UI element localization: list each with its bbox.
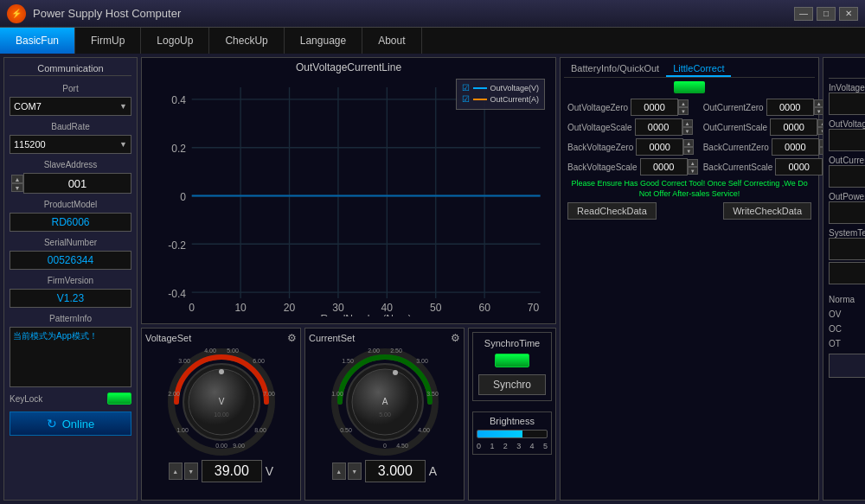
bvs-input[interactable]: 0000 bbox=[640, 158, 688, 175]
ovs-label: OutVoltageScale bbox=[567, 123, 632, 132]
ovs-down[interactable]: ▼ bbox=[682, 127, 693, 135]
synchro-led bbox=[495, 354, 529, 367]
ocz-input[interactable]: 0000 bbox=[766, 99, 814, 116]
product-value: RD6006 bbox=[10, 213, 131, 232]
bvz-up[interactable]: ▲ bbox=[683, 139, 694, 147]
correct-status-led bbox=[674, 81, 705, 93]
back-current-zero-row: BackCurrentZero 0000 ▲ ▼ bbox=[703, 138, 834, 156]
baud-label: BaudRate bbox=[10, 122, 131, 131]
voltage-unit: V bbox=[266, 464, 273, 478]
synchro-button[interactable]: Synchro bbox=[478, 374, 546, 395]
voltage-down-btn[interactable]: ▼ bbox=[184, 463, 198, 480]
app-icon: ⚡ bbox=[7, 4, 26, 23]
tab-checkup[interactable]: CheckUp bbox=[209, 28, 284, 54]
svg-point-30 bbox=[219, 369, 224, 374]
current-down-btn[interactable]: ▼ bbox=[348, 463, 362, 480]
correct-btn-row: ReadCheckData WriteCheckData bbox=[567, 202, 811, 220]
norma-row: Norma bbox=[829, 294, 865, 304]
svg-text:20: 20 bbox=[284, 302, 296, 314]
nav-bar: BasicFun FirmUp LogoUp CheckUp Language … bbox=[0, 28, 865, 54]
current-up-btn[interactable]: ▲ bbox=[332, 463, 346, 480]
port-select[interactable]: COM7 ▼ bbox=[10, 97, 131, 116]
bvs-up[interactable]: ▲ bbox=[688, 159, 698, 167]
ocs-label: OutCurrentScale bbox=[703, 123, 767, 132]
brightness-fill bbox=[477, 431, 522, 437]
out-voltage-zero-row: OutVoltageZero 0000 ▲ ▼ bbox=[567, 99, 698, 116]
ovz-input[interactable]: 0000 bbox=[631, 99, 678, 116]
out-voltage-scale-row: OutVoltageScale 0000 ▲ ▼ bbox=[567, 118, 698, 136]
online-button[interactable]: ↻ Online bbox=[10, 411, 131, 436]
current-knob-svg: 0 0.50 1.00 1.50 2.00 2.50 3.00 3.50 4.0… bbox=[329, 346, 441, 458]
current-set-title: CurrentSet bbox=[309, 333, 355, 343]
ovs-up[interactable]: ▲ bbox=[682, 119, 693, 127]
voltage-knob[interactable]: 0.00 1.00 2.00 3.00 4.00 5.00 6.00 7.00 … bbox=[165, 346, 278, 458]
voltage-gear-icon[interactable]: ⚙ bbox=[287, 332, 297, 344]
open-button[interactable]: Open bbox=[829, 354, 865, 378]
bottom-panels: VoltageSet ⚙ bbox=[141, 328, 556, 501]
svg-point-46 bbox=[393, 370, 398, 375]
close-button[interactable]: ✕ bbox=[839, 7, 858, 21]
slave-up-button[interactable]: ▲ bbox=[11, 175, 23, 183]
svg-text:-0.4: -0.4 bbox=[168, 287, 186, 299]
current-gear-icon[interactable]: ⚙ bbox=[451, 332, 460, 344]
serial-value: 00526344 bbox=[10, 251, 131, 270]
tab-basicfun[interactable]: BasicFun bbox=[0, 28, 75, 54]
ocs-input[interactable]: 0000 bbox=[770, 118, 817, 136]
read-check-button[interactable]: ReadCheckData bbox=[567, 202, 657, 220]
chart-legend: ☑ OutVoltage(V) ☑ OutCurrent(A) bbox=[456, 79, 546, 110]
baud-select[interactable]: 115200 ▼ bbox=[10, 135, 131, 154]
ocz-label: OutCurrentZero bbox=[703, 103, 764, 112]
chart-title: OutVoltageCurrentLine bbox=[145, 61, 552, 73]
voltage-up-btn[interactable]: ▲ bbox=[169, 463, 183, 480]
ovz-down[interactable]: ▼ bbox=[678, 107, 689, 115]
svg-text:5.00: 5.00 bbox=[227, 348, 239, 354]
tab-language[interactable]: Language bbox=[285, 28, 362, 54]
tab-logoup[interactable]: LogoUp bbox=[141, 28, 209, 54]
current-check-icon: ☑ bbox=[462, 94, 470, 104]
bvs-down[interactable]: ▼ bbox=[688, 167, 698, 175]
svg-text:0: 0 bbox=[180, 191, 186, 203]
current-legend-label: OutCurrent(A) bbox=[490, 95, 540, 104]
ovs-input[interactable]: 0000 bbox=[635, 118, 682, 136]
slave-down-button[interactable]: ▼ bbox=[11, 183, 23, 192]
correct-content: OutVoltageZero 0000 ▲ ▼ OutCurrentZero bbox=[564, 78, 815, 223]
warning-text: Please Ensure Has Good Correct Tool! Onc… bbox=[567, 179, 811, 199]
slave-value[interactable]: 001 bbox=[23, 173, 131, 194]
svg-text:6.00: 6.00 bbox=[253, 358, 265, 364]
brightness-bar[interactable] bbox=[477, 430, 548, 438]
bvz-input[interactable]: 0000 bbox=[636, 138, 683, 156]
bvz-down[interactable]: ▼ bbox=[683, 147, 694, 155]
tab-firmup[interactable]: FirmUp bbox=[75, 28, 141, 54]
firm-label: FirmVersion bbox=[10, 276, 131, 285]
bcs-label: BackCurrentScale bbox=[703, 163, 773, 172]
keylock-row: KeyLock bbox=[10, 392, 131, 405]
in-voltage-label: InVoltage bbox=[829, 83, 865, 93]
keylock-label: KeyLock bbox=[10, 394, 42, 404]
out-current-label: OutCurrent bbox=[829, 156, 865, 165]
tab-littlecorrect[interactable]: LittleCorrect bbox=[666, 61, 731, 77]
center-area: OutVoltageCurrentLine ☑ OutVoltage(V) ☑ … bbox=[141, 57, 556, 501]
voltage-value[interactable]: 39.00 bbox=[202, 460, 262, 482]
write-check-button[interactable]: WriteCheckData bbox=[723, 202, 811, 220]
ovz-up[interactable]: ▲ bbox=[678, 99, 689, 107]
oc-label: OC bbox=[829, 324, 865, 334]
svg-text:V: V bbox=[218, 397, 224, 406]
out-voltage-field: OutVoltage 00.00 V bbox=[829, 119, 865, 151]
tab-about[interactable]: About bbox=[362, 28, 421, 54]
slave-spin[interactable]: ▲ ▼ bbox=[11, 175, 23, 192]
ovz-label: OutVoltageZero bbox=[567, 103, 628, 112]
minimize-button[interactable]: — bbox=[794, 7, 813, 21]
app-title: Power Supply Host Computer bbox=[33, 7, 181, 20]
current-value[interactable]: 3.000 bbox=[365, 460, 426, 482]
bcs-input[interactable]: 0000 bbox=[775, 158, 823, 175]
ot-label: OT bbox=[829, 339, 865, 348]
tab-batteryinfo[interactable]: BatteryInfo/QuickOut bbox=[564, 61, 666, 77]
maximize-button[interactable]: □ bbox=[817, 7, 836, 21]
current-knob[interactable]: 0 0.50 1.00 1.50 2.00 2.50 3.00 3.50 4.0… bbox=[329, 346, 441, 458]
bcz-input[interactable]: 0000 bbox=[772, 138, 819, 156]
svg-text:3.50: 3.50 bbox=[426, 391, 439, 397]
ov-row: OV bbox=[829, 309, 865, 319]
back-voltage-scale-row: BackVoltageScale 0000 ▲ ▼ bbox=[567, 158, 698, 175]
svg-text:4.00: 4.00 bbox=[418, 427, 430, 433]
back-voltage-zero-row: BackVoltageZero 0000 ▲ ▼ bbox=[567, 138, 698, 156]
